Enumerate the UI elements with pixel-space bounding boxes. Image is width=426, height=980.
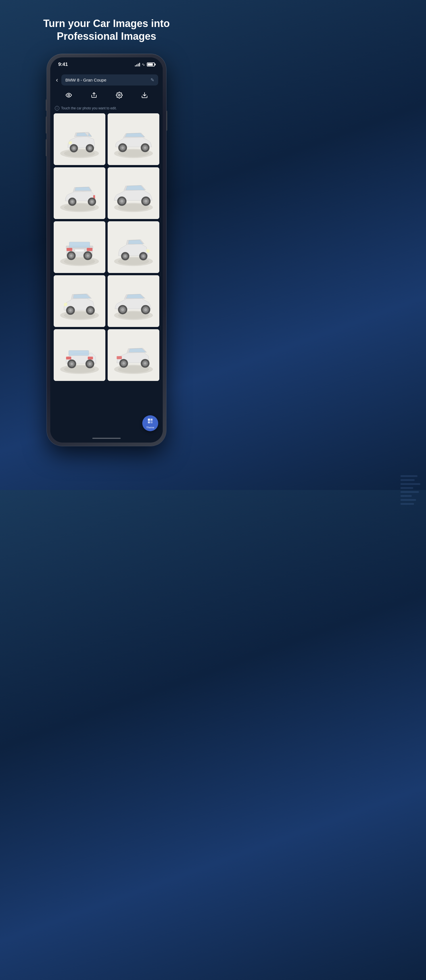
back-button[interactable]: ‹ xyxy=(55,75,59,85)
svg-point-76 xyxy=(121,308,124,311)
notch xyxy=(88,61,125,69)
signal-icon xyxy=(135,62,140,67)
hint-text: Touch the car photo you want to edit. xyxy=(61,106,117,110)
photo-item-4[interactable] xyxy=(108,167,159,219)
battery-icon xyxy=(147,62,155,67)
svg-point-25 xyxy=(71,200,73,203)
svg-point-19 xyxy=(144,146,146,149)
svg-point-70 xyxy=(89,309,92,312)
edit-title-icon: ✎ xyxy=(151,77,154,83)
svg-rect-44 xyxy=(67,248,72,251)
photo-item-5[interactable] xyxy=(54,221,105,273)
svg-rect-83 xyxy=(69,350,89,356)
photo-item-2[interactable] xyxy=(108,113,159,165)
svg-point-34 xyxy=(121,200,124,203)
wifi-icon: ∿ xyxy=(142,62,145,67)
svg-point-91 xyxy=(89,363,91,365)
svg-rect-105 xyxy=(151,421,153,423)
svg-point-79 xyxy=(144,308,147,311)
svg-point-10 xyxy=(89,147,91,150)
theme-icon xyxy=(147,418,153,426)
share-button[interactable] xyxy=(88,91,100,102)
svg-point-49 xyxy=(70,254,72,257)
svg-point-1 xyxy=(118,94,120,96)
car-title-text: BMW 8 - Gran Coupe xyxy=(65,78,106,83)
svg-point-67 xyxy=(69,309,72,312)
info-hint: i Touch the car photo you want to edit. xyxy=(50,105,163,113)
svg-rect-95 xyxy=(117,356,122,360)
svg-point-16 xyxy=(121,146,124,149)
app-screen: ‹ BMW 8 - Gran Coupe ✎ xyxy=(50,72,163,434)
photo-grid xyxy=(50,113,163,434)
photo-item-1[interactable] xyxy=(54,113,105,165)
svg-rect-46 xyxy=(75,249,84,252)
svg-rect-43 xyxy=(69,242,90,248)
theme-fab-button[interactable]: Theme xyxy=(142,415,158,431)
preview-button[interactable] xyxy=(62,91,75,102)
photo-item-3[interactable] xyxy=(54,167,105,219)
svg-point-61 xyxy=(142,255,145,257)
svg-point-37 xyxy=(144,200,148,203)
svg-point-0 xyxy=(68,94,70,96)
svg-rect-104 xyxy=(148,421,150,423)
svg-point-58 xyxy=(124,255,126,257)
svg-rect-85 xyxy=(88,356,93,360)
photo-item-8[interactable] xyxy=(108,275,159,327)
settings-button[interactable] xyxy=(113,91,126,102)
svg-rect-45 xyxy=(87,248,92,251)
theme-fab-label: Theme xyxy=(146,426,154,429)
svg-rect-103 xyxy=(151,418,153,420)
info-icon: i xyxy=(55,106,59,110)
home-indicator xyxy=(50,434,163,442)
phone-screen: 9:41 ∿ ‹ BMW 8 - Gran Coupe xyxy=(50,57,163,442)
nav-bar: ‹ BMW 8 - Gran Coupe ✎ xyxy=(50,72,163,88)
status-time: 9:41 xyxy=(58,62,68,67)
svg-point-7 xyxy=(72,147,75,150)
photo-item-6[interactable] xyxy=(108,221,159,273)
download-button[interactable] xyxy=(138,91,151,102)
svg-rect-102 xyxy=(148,418,150,420)
photo-item-7[interactable] xyxy=(54,275,105,327)
svg-point-101 xyxy=(144,362,146,365)
page-headline: Turn your Car Images into Professional I… xyxy=(0,0,213,54)
svg-point-28 xyxy=(91,200,93,203)
svg-point-88 xyxy=(70,363,73,365)
svg-rect-84 xyxy=(66,356,71,360)
svg-point-52 xyxy=(87,254,89,257)
photo-item-9[interactable] xyxy=(54,329,105,381)
svg-point-98 xyxy=(122,362,125,365)
status-icons: ∿ xyxy=(135,62,155,67)
photo-item-10[interactable] xyxy=(108,329,159,381)
phone-mockup: 9:41 ∿ ‹ BMW 8 - Gran Coupe xyxy=(47,54,166,446)
action-toolbar xyxy=(50,88,163,105)
car-title-field[interactable]: BMW 8 - Gran Coupe ✎ xyxy=(61,75,158,86)
